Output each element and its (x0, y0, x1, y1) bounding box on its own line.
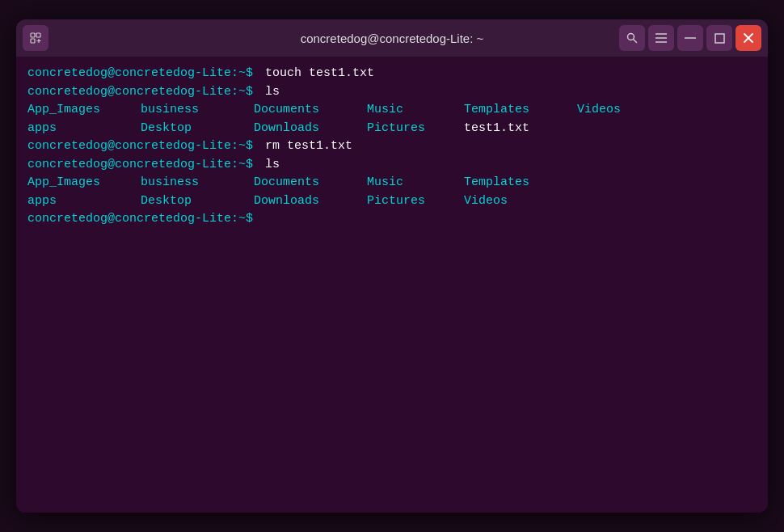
ls-item-app-images-2: App_Images (27, 174, 141, 192)
ls-item-downloads-1: Downloads (254, 120, 367, 138)
prompt-4: concretedog@concretedog-Lite:~$ (27, 156, 260, 175)
cmd-2: ls (265, 83, 280, 102)
titlebar-right (619, 25, 761, 51)
ls-row-2: apps Desktop Downloads Pictures test1.tx… (27, 120, 757, 138)
ls-item-music-1: Music (367, 101, 464, 120)
cmd-1: touch test1.txt (265, 65, 374, 83)
terminal-line-4: concretedog@concretedog-Lite:~$ ls (27, 156, 757, 175)
ls-item-business-2: business (141, 174, 254, 192)
ls-item-downloads-2: Downloads (254, 192, 367, 211)
ls-item-templates-1: Templates (464, 101, 577, 120)
prompt-2: concretedog@concretedog-Lite:~$ (27, 83, 260, 102)
terminal-line-3: concretedog@concretedog-Lite:~$ rm test1… (27, 137, 757, 156)
ls-item-apps-1: apps (27, 120, 141, 138)
maximize-button[interactable] (706, 25, 732, 51)
minimize-button[interactable] (677, 25, 703, 51)
menu-button[interactable] (648, 25, 674, 51)
ls-item-desktop-1: Desktop (141, 120, 254, 138)
prompt-3: concretedog@concretedog-Lite:~$ (27, 137, 260, 156)
terminal-line-5: concretedog@concretedog-Lite:~$ (27, 210, 757, 229)
terminal-line-1: concretedog@concretedog-Lite:~$ touch te… (27, 65, 757, 83)
new-tab-button[interactable] (23, 25, 48, 51)
close-button[interactable] (736, 25, 761, 51)
svg-line-6 (634, 40, 637, 43)
titlebar: concretedog@concretedog-Lite: ~ (16, 19, 768, 57)
ls-row-4: apps Desktop Downloads Pictures Videos (27, 192, 757, 211)
cmd-4: ls (265, 156, 280, 175)
ls-item-desktop-2: Desktop (141, 192, 254, 211)
ls-item-videos-1: Videos (577, 101, 658, 120)
ls-item-pictures-2: Pictures (367, 192, 464, 211)
ls-item-documents-2: Documents (254, 174, 367, 192)
ls-item-test1txt: test1.txt (464, 120, 577, 138)
cmd-3: rm test1.txt (265, 137, 352, 156)
ls-item-app-images: App_Images (27, 101, 141, 120)
ls-item-pictures-1: Pictures (367, 120, 464, 138)
terminal-window: concretedog@concretedog-Lite: ~ (16, 19, 768, 513)
ls-item-documents-1: Documents (254, 101, 367, 120)
ls-item-business-1: business (141, 101, 254, 120)
ls-item-apps-2: apps (27, 192, 141, 211)
terminal-line-2: concretedog@concretedog-Lite:~$ ls (27, 83, 757, 102)
ls-row-1: App_Images business Documents Music Temp… (27, 101, 757, 120)
prompt-1: concretedog@concretedog-Lite:~$ (27, 65, 260, 83)
window-title: concretedog@concretedog-Lite: ~ (301, 32, 484, 45)
ls-item-videos-2: Videos (464, 192, 577, 211)
prompt-5: concretedog@concretedog-Lite:~$ (27, 210, 260, 229)
search-button[interactable] (619, 25, 645, 51)
ls-item-music-2: Music (367, 174, 464, 192)
titlebar-left (23, 25, 48, 51)
svg-rect-11 (715, 34, 724, 43)
ls-row-3: App_Images business Documents Music Temp… (27, 174, 757, 192)
svg-rect-2 (31, 39, 35, 43)
svg-rect-0 (31, 33, 35, 37)
svg-rect-1 (36, 33, 40, 37)
terminal-body[interactable]: concretedog@concretedog-Lite:~$ touch te… (16, 57, 768, 513)
ls-item-templates-2: Templates (464, 174, 577, 192)
